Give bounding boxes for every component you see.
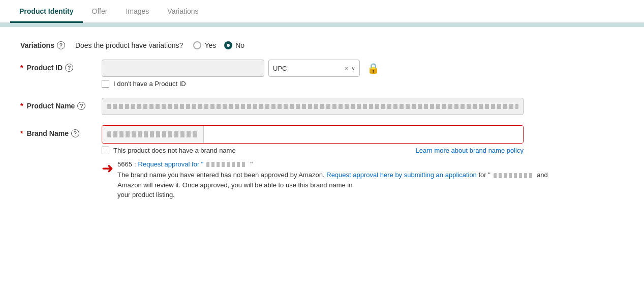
product-name-help-icon[interactable]: ? [77,102,85,110]
approval-desc-4: your product listing. [117,191,175,199]
brand-name-label-col: * Brand Name ? [20,125,102,137]
product-id-inputs: UPC × ∨ 🔒 [102,60,624,77]
brand-no-name-left: This product does not have a brand name [102,147,236,154]
brand-name-wrapper [102,125,524,144]
upc-chevron-icon[interactable]: ∨ [351,65,355,72]
lock-icon: 🔒 [367,62,380,74]
no-product-id-row: I don't have a Product ID [102,80,624,88]
product-id-label: Product ID [26,64,63,72]
brand-name-input-col: This product does not have a brand name … [102,125,624,200]
upc-select-wrapper[interactable]: UPC × ∨ [268,60,360,77]
product-id-input-col: UPC × ∨ 🔒 I don't have a Product ID [102,60,624,88]
brand-name-left-section [102,126,204,143]
variations-help-icon[interactable]: ? [57,41,65,49]
approval-desc-2: for " [478,171,490,179]
product-id-label-col: * Product ID ? [20,60,102,72]
approval-id-text: 5665 [117,160,132,168]
product-name-blurred-overlay [107,104,518,109]
approval-content: 5665 : Request approval for " " The bran… [117,160,559,200]
upc-clear-icon[interactable]: × [344,65,348,72]
approval-desc-1: The brand name you have entered has not … [117,171,325,179]
brand-no-name-row: This product does not have a brand name … [102,147,524,154]
approval-colon: : [134,160,136,168]
product-name-label: Product Name [26,102,75,110]
request-approval-here-link[interactable]: Request approval here by submitting an [326,171,443,179]
brand-name-blurred [107,131,198,137]
radio-yes-label: Yes [204,41,216,49]
product-id-help-icon[interactable]: ? [65,64,73,72]
variations-label: Variations ? [20,41,65,49]
brand-name-row: * Brand Name ? This product does not hav… [20,125,624,200]
request-approval-link[interactable]: Request approval for " [138,160,204,168]
radio-group: Yes No [193,41,244,49]
radio-yes[interactable]: Yes [193,41,216,49]
tab-offer[interactable]: Offer [83,0,117,23]
radio-no-circle [224,41,232,49]
product-name-label-col: * Product Name ? [20,98,102,110]
red-arrow-icon: ➜ [102,161,113,176]
no-brand-label: This product does not have a brand name [113,147,236,154]
brand-name-right-input[interactable] [204,126,523,143]
upc-select-text: UPC [273,65,341,72]
tabs-bar: Product Identity Offer Images Variations [0,0,644,23]
form-content: Variations ? Does the product have varia… [0,27,644,225]
radio-no[interactable]: No [224,41,244,49]
no-product-id-checkbox[interactable] [102,80,109,88]
product-name-row: * Product Name ? [20,98,624,115]
brand-name-required-star: * [20,129,23,137]
brand-name-help-icon[interactable]: ? [71,129,79,137]
brand-blurred-inline-2 [494,173,534,178]
product-id-required-star: * [20,64,23,72]
variations-question: Does the product have variations? [75,41,183,49]
learn-more-link[interactable]: Learn more about brand name policy [416,147,524,154]
tab-product-identity[interactable]: Product Identity [10,0,83,23]
accent-bar [0,23,644,27]
tab-variations[interactable]: Variations [158,0,207,23]
product-name-required-star: * [20,102,23,110]
product-name-input-col [102,98,624,115]
brand-name-label: Brand Name [26,129,68,137]
approval-description: The brand name you have entered has not … [117,170,559,200]
product-id-text-input[interactable] [102,60,264,77]
approval-line1: 5665 : Request approval for " " [117,160,559,168]
application-link[interactable]: application [445,171,477,179]
product-name-input-wrapper [102,98,524,115]
no-product-id-label: I don't have a Product ID [113,80,186,88]
radio-yes-circle [193,41,201,49]
product-id-row: * Product ID ? UPC × ∨ 🔒 I don't have a … [20,60,624,88]
arrow-container: ➜ [102,161,113,176]
approval-section: ➜ 5665 : Request approval for " " The br… [102,160,559,200]
variations-row: Variations ? Does the product have varia… [20,37,624,49]
tab-images[interactable]: Images [116,0,158,23]
no-brand-checkbox[interactable] [102,147,109,154]
brand-blurred-inline-1 [206,162,247,167]
radio-no-label: No [235,41,244,49]
request-suffix: " [250,160,253,168]
